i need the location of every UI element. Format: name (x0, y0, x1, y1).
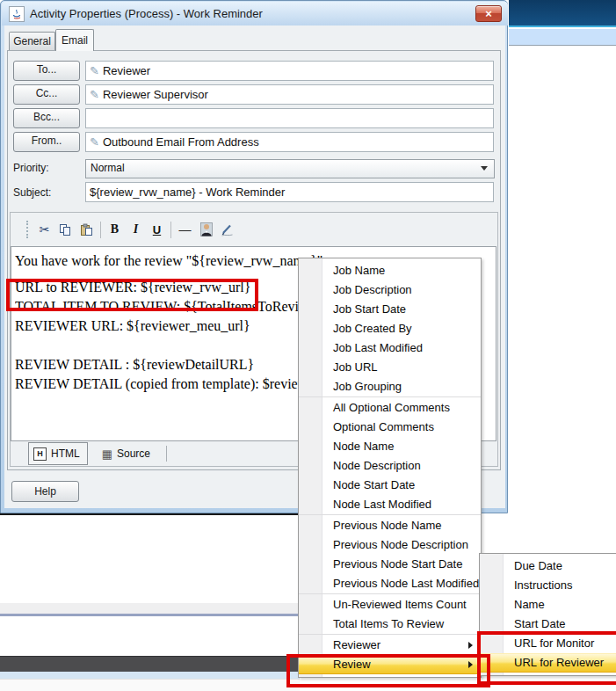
to-field[interactable]: ✎ Reviewer (85, 61, 494, 81)
menu-item-previous-node-start-date[interactable]: Previous Node Start Date (299, 555, 481, 574)
insert-variable-context-menu: Job NameJob DescriptionJob Start DateJob… (298, 258, 482, 678)
priority-value: Normal (91, 162, 125, 174)
annotation-box-url-to-reviewer (6, 279, 258, 311)
background-window-header (509, 0, 616, 27)
cc-field-value: Reviewer Supervisor (103, 86, 208, 103)
menu-item-due-date[interactable]: Due Date (480, 556, 616, 576)
menu-item-node-description[interactable]: Node Description (299, 456, 481, 476)
signature-pen-icon[interactable] (220, 222, 235, 237)
menu-item-total-items-to-review[interactable]: Total Items To Review (299, 615, 481, 634)
menu-item-all-optional-comments[interactable]: All Optional Comments (299, 398, 481, 418)
bcc-field[interactable] (85, 108, 494, 128)
insert-person-icon[interactable] (199, 222, 214, 237)
html-view-button[interactable]: H HTML (28, 442, 88, 465)
footer-separator (166, 446, 167, 462)
html-view-label: HTML (51, 447, 80, 460)
tab-general[interactable]: General (9, 32, 55, 50)
underline-icon[interactable] (149, 222, 164, 237)
submenu-arrow-icon (468, 642, 473, 649)
recipient-pen-icon: ✎ (90, 134, 99, 150)
copy-icon[interactable] (58, 222, 73, 237)
recipient-pen-icon: ✎ (90, 86, 99, 103)
horizontal-rule-icon[interactable] (178, 222, 192, 237)
background-bottom-strip (0, 679, 300, 691)
menu-item-node-start-date[interactable]: Node Start Date (299, 476, 481, 495)
menu-item-node-name[interactable]: Node Name (299, 437, 481, 456)
priority-label: Priority: (13, 162, 49, 174)
menu-item-previous-node-name[interactable]: Previous Node Name (299, 516, 481, 535)
chevron-down-icon (481, 166, 488, 171)
menu-item-un-reviewed-items-count[interactable]: Un-Reviewed Items Count (299, 595, 481, 615)
menu-item-previous-node-last-modified[interactable]: Previous Node Last Modified (299, 574, 481, 593)
menu-item-job-created-by[interactable]: Job Created By (299, 319, 481, 338)
toolbar-separator (170, 222, 171, 238)
menu-item-job-url[interactable]: Job URL (299, 358, 481, 377)
subject-field-value: ${review_rvw_name} - Work Reminder (90, 184, 285, 200)
close-button[interactable]: × (475, 5, 502, 22)
menu-item-job-description[interactable]: Job Description (299, 280, 481, 300)
cut-icon[interactable] (37, 222, 52, 237)
subject-label: Subject: (13, 186, 51, 199)
annotation-box-review-menu-item (286, 654, 490, 687)
recipient-pen-icon: ✎ (90, 62, 99, 79)
java-app-icon (9, 6, 25, 22)
cc-button[interactable]: Cc... (13, 84, 80, 105)
dialog-title: Activity Properties (Process) - Work Rem… (30, 7, 263, 20)
source-view-label: Source (117, 447, 150, 460)
menu-item-job-last-modified[interactable]: Job Last Modified (299, 338, 481, 358)
html-view-icon: H (33, 447, 47, 461)
bold-icon[interactable] (107, 222, 122, 237)
annotation-box-url-submenu-items (477, 631, 616, 685)
menu-item-instructions[interactable]: Instructions (480, 576, 616, 595)
menu-item-optional-comments[interactable]: Optional Comments (299, 418, 481, 437)
editor-toolbar (26, 217, 483, 242)
tab-email[interactable]: Email (55, 29, 94, 51)
toolbar-grip-handle[interactable] (26, 221, 31, 238)
to-button[interactable]: To... (13, 61, 80, 81)
menu-item-previous-node-description[interactable]: Previous Node Description (299, 535, 481, 555)
from-field-value: Outbound Email From Address (103, 134, 259, 150)
subject-field[interactable]: ${review_rvw_name} - Work Reminder (85, 182, 494, 202)
cc-field[interactable]: ✎ Reviewer Supervisor (85, 84, 494, 105)
toolbar-separator (100, 222, 101, 238)
menu-item-job-name[interactable]: Job Name (299, 261, 481, 280)
bcc-button[interactable]: Bcc... (13, 108, 80, 128)
source-view-icon: ▦ (102, 448, 112, 460)
background-statusbar (0, 603, 300, 616)
dialog-titlebar[interactable]: Activity Properties (Process) - Work Rem… (2, 2, 508, 25)
help-button[interactable]: Help (11, 481, 79, 502)
from-button[interactable]: From.. (13, 132, 80, 152)
background-taskbar-strip (0, 672, 300, 679)
priority-dropdown[interactable]: Normal (85, 159, 495, 178)
menu-item-node-last-modified[interactable]: Node Last Modified (299, 495, 481, 514)
menu-item-job-grouping[interactable]: Job Grouping (299, 377, 481, 396)
italic-icon[interactable] (128, 222, 143, 237)
to-field-value: Reviewer (103, 62, 150, 79)
menu-item-name[interactable]: Name (480, 595, 616, 615)
background-dark-bar (0, 656, 300, 672)
menu-item-job-start-date[interactable]: Job Start Date (299, 300, 481, 319)
paste-icon[interactable] (79, 222, 94, 237)
background-window-toolbar-band (509, 29, 616, 46)
source-view-button[interactable]: ▦ Source (98, 443, 154, 464)
menu-item-reviewer[interactable]: Reviewer (299, 636, 481, 655)
from-field[interactable]: ✎ Outbound Email From Address (85, 132, 494, 152)
